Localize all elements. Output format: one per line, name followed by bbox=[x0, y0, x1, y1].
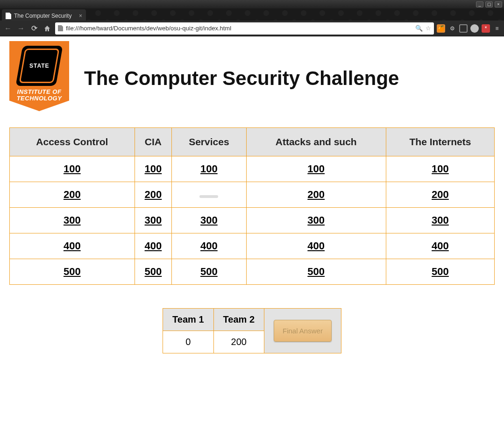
browser-toolbar: ← → ⟳ file:///home/tward/Documents/dev/w… bbox=[0, 21, 504, 36]
final-answer-cell: Final Answer bbox=[264, 309, 341, 353]
window-maximize-button[interactable]: ▢ bbox=[485, 1, 493, 7]
browser-tabstrip: The Computer Security × bbox=[0, 8, 504, 21]
category-header: Services bbox=[172, 128, 246, 156]
category-header: Attacks and such bbox=[246, 128, 386, 156]
question-link[interactable]: 100 bbox=[307, 163, 325, 175]
window-close-button[interactable]: × bbox=[495, 1, 502, 7]
bookmark-star-icon[interactable]: ☆ bbox=[426, 25, 431, 32]
score-table: Team 1 Team 2 Final Answer 0 200 bbox=[163, 308, 341, 353]
tab-close-button[interactable]: × bbox=[79, 13, 82, 19]
question-link[interactable]: 100 bbox=[432, 163, 449, 175]
question-link[interactable]: 500 bbox=[64, 266, 81, 277]
board-row: 100100100100100 bbox=[10, 156, 495, 182]
question-link[interactable]: 500 bbox=[432, 266, 449, 277]
browser-menu-button[interactable]: ≡ bbox=[493, 24, 501, 33]
board-cell[interactable]: 300 bbox=[135, 208, 172, 233]
question-link[interactable]: 400 bbox=[307, 240, 325, 252]
board-cell[interactable]: 100 bbox=[172, 156, 246, 182]
question-link[interactable]: 200 bbox=[145, 189, 162, 200]
category-header: The Internets bbox=[386, 128, 494, 156]
question-link[interactable]: 300 bbox=[200, 214, 218, 226]
board-cell[interactable]: 200 bbox=[386, 182, 494, 208]
extension-red-icon[interactable]: * bbox=[482, 24, 490, 33]
board-cell[interactable]: 200 bbox=[246, 182, 386, 208]
forward-button[interactable]: → bbox=[16, 23, 26, 34]
board-cell[interactable]: 100 bbox=[10, 156, 135, 182]
category-header: Access Control bbox=[10, 128, 135, 156]
board-cell[interactable]: 400 bbox=[10, 233, 135, 259]
final-answer-button[interactable]: Final Answer bbox=[274, 320, 332, 342]
back-button[interactable]: ← bbox=[3, 23, 13, 34]
extension-settings-icon[interactable]: ⚙ bbox=[448, 24, 456, 33]
question-link[interactable]: 300 bbox=[307, 214, 325, 226]
team2-header: Team 2 bbox=[213, 309, 264, 331]
team1-header: Team 1 bbox=[163, 309, 213, 331]
game-board: Access ControlCIAServicesAttacks and suc… bbox=[9, 127, 495, 285]
board-cell[interactable]: 500 bbox=[135, 259, 172, 285]
used-marker bbox=[199, 195, 218, 198]
board-cell[interactable]: 500 bbox=[246, 259, 386, 285]
question-link[interactable]: 500 bbox=[200, 266, 218, 277]
question-link[interactable]: 500 bbox=[307, 266, 325, 277]
question-link[interactable]: 300 bbox=[64, 214, 81, 226]
question-link[interactable]: 100 bbox=[200, 163, 218, 175]
board-row: 500500500500500 bbox=[10, 259, 495, 285]
board-cell[interactable]: 400 bbox=[386, 233, 494, 259]
board-row: 300300300300300 bbox=[10, 208, 495, 233]
osu-logo: STATE INSTITUTE OF TECHNOLOGY bbox=[9, 41, 75, 116]
zoom-icon[interactable]: 🔍 bbox=[415, 25, 423, 32]
board-row: 200200200200 bbox=[10, 182, 495, 208]
board-cell[interactable]: 500 bbox=[386, 259, 494, 285]
question-link[interactable]: 400 bbox=[64, 240, 81, 252]
question-link[interactable]: 400 bbox=[200, 240, 218, 252]
board-cell[interactable]: 100 bbox=[246, 156, 386, 182]
board-cell[interactable]: 400 bbox=[246, 233, 386, 259]
home-button[interactable] bbox=[42, 23, 52, 34]
extension-icons: 🍊 ⚙ * ≡ bbox=[437, 24, 501, 33]
board-cell[interactable]: 400 bbox=[172, 233, 246, 259]
board-cell bbox=[172, 182, 246, 208]
page-title: The Computer Security Challenge bbox=[84, 67, 495, 90]
question-link[interactable]: 400 bbox=[145, 240, 162, 252]
board-cell[interactable]: 400 bbox=[135, 233, 172, 259]
board-cell[interactable]: 300 bbox=[172, 208, 246, 233]
tab-title: The Computer Security bbox=[14, 13, 76, 19]
browser-tab[interactable]: The Computer Security × bbox=[2, 9, 86, 21]
extension-shield-icon[interactable] bbox=[470, 24, 479, 33]
address-bar[interactable]: file:///home/tward/Documents/dev/web/osu… bbox=[55, 22, 434, 35]
window-minimize-button[interactable]: _ bbox=[476, 1, 483, 7]
page-header: STATE INSTITUTE OF TECHNOLOGY The Comput… bbox=[9, 41, 495, 116]
team1-score: 0 bbox=[163, 331, 213, 353]
window-titlebar: _ ▢ × bbox=[0, 0, 504, 8]
page-viewport: STATE INSTITUTE OF TECHNOLOGY The Comput… bbox=[0, 36, 504, 437]
question-link[interactable]: 100 bbox=[64, 163, 81, 175]
question-link[interactable]: 400 bbox=[432, 240, 449, 252]
board-cell[interactable]: 100 bbox=[135, 156, 172, 182]
category-header: CIA bbox=[135, 128, 172, 156]
team2-score: 200 bbox=[213, 331, 264, 353]
question-link[interactable]: 300 bbox=[432, 214, 449, 226]
board-cell[interactable]: 200 bbox=[135, 182, 172, 208]
category-row: Access ControlCIAServicesAttacks and suc… bbox=[10, 128, 495, 156]
board-cell[interactable]: 500 bbox=[10, 259, 135, 285]
board-cell[interactable]: 300 bbox=[246, 208, 386, 233]
board-cell[interactable]: 300 bbox=[10, 208, 135, 233]
extension-orange-icon[interactable]: 🍊 bbox=[437, 24, 445, 33]
board-cell[interactable]: 100 bbox=[386, 156, 494, 182]
reload-button[interactable]: ⟳ bbox=[29, 23, 39, 34]
logo-state-text: STATE bbox=[29, 63, 50, 69]
osu-state-emblem: STATE bbox=[15, 46, 63, 86]
question-link[interactable]: 300 bbox=[145, 214, 162, 226]
file-icon bbox=[6, 13, 11, 19]
extension-box-icon[interactable] bbox=[459, 24, 468, 33]
board-cell[interactable]: 500 bbox=[172, 259, 246, 285]
question-link[interactable]: 100 bbox=[145, 163, 162, 175]
board-cell[interactable]: 300 bbox=[386, 208, 494, 233]
question-link[interactable]: 200 bbox=[64, 189, 81, 200]
question-link[interactable]: 200 bbox=[432, 189, 449, 200]
home-icon bbox=[43, 25, 51, 32]
question-link[interactable]: 500 bbox=[145, 266, 162, 277]
file-icon bbox=[58, 25, 63, 31]
board-cell[interactable]: 200 bbox=[10, 182, 135, 208]
question-link[interactable]: 200 bbox=[307, 189, 325, 200]
